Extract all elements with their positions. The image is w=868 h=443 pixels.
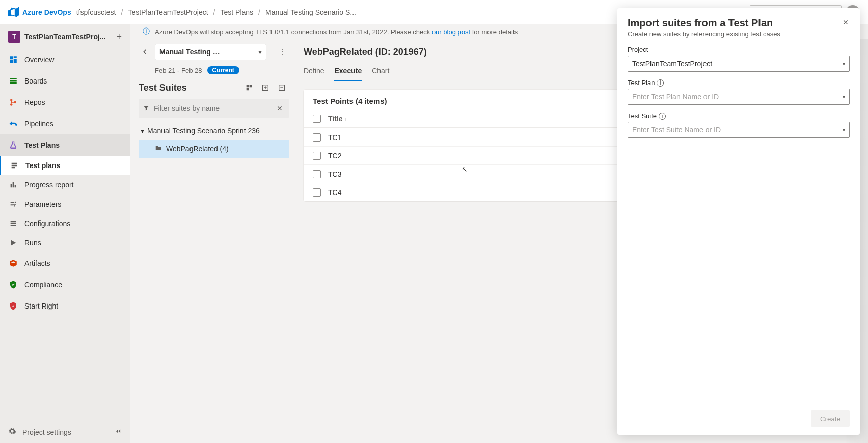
info-icon[interactable]: i (659, 113, 666, 120)
plan-date-range: Feb 21 - Feb 28 (155, 67, 202, 74)
test-suite-placeholder: Enter Test Suite Name or ID (632, 126, 721, 134)
project-initial-icon: T (8, 31, 20, 43)
breadcrumb-area[interactable]: Test Plans (220, 8, 253, 16)
clear-filter-icon[interactable]: ✕ (275, 102, 285, 115)
sidebar-item-boards[interactable]: Boards (0, 70, 130, 92)
expand-all-icon[interactable] (242, 80, 256, 95)
plan-name-label: Manual Testing S... (159, 48, 221, 56)
breadcrumb-sep: / (258, 8, 260, 16)
add-suite-icon[interactable] (258, 80, 273, 95)
sidebar-item-compliance[interactable]: Compliance (0, 274, 130, 295)
sort-asc-icon: ↑ (345, 117, 347, 122)
repos-icon (8, 97, 18, 107)
subnav-runs[interactable]: Runs (0, 233, 130, 253)
suite-filter-input[interactable] (153, 104, 275, 113)
project-settings-link[interactable]: Project settings (8, 427, 71, 437)
parameters-icon (8, 199, 18, 209)
subnav-parameters[interactable]: Parameters (0, 195, 130, 214)
remove-suite-icon[interactable] (275, 80, 289, 95)
back-button[interactable] (139, 46, 151, 58)
sidebar-item-label: Overview (24, 56, 54, 64)
sidebar-item-test-plans[interactable]: Test Plans (0, 134, 130, 156)
sidebar-item-artifacts[interactable]: Artifacts (0, 253, 130, 274)
suite-child-item[interactable]: WebPagRelated (4) (139, 140, 289, 158)
sidebar-item-pipelines[interactable]: Pipelines (0, 113, 130, 134)
test-suites-panel: Manual Testing S... ▾ ⋮ Feb 21 - Feb 28 … (130, 39, 293, 443)
tab-execute[interactable]: Execute (334, 62, 362, 81)
sidebar: T TestPlanTeamTestProj... + Overview Boa… (0, 24, 130, 443)
sidebar-item-start-right[interactable]: + Start Right (0, 295, 130, 317)
folder-icon (155, 145, 162, 153)
breadcrumb-org[interactable]: tfspfcusctest (76, 8, 116, 16)
suite-root-label: Manual Testing Scenario Sprint 236 (147, 127, 260, 135)
test-suite-combobox[interactable]: Enter Test Suite Name or ID ▾ (628, 122, 850, 138)
tab-chart[interactable]: Chart (372, 62, 389, 81)
info-bar-link[interactable]: our blog post (432, 28, 470, 36)
svg-text:+: + (12, 304, 15, 309)
info-icon[interactable]: i (657, 79, 664, 87)
close-flyout-button[interactable]: ✕ (838, 15, 853, 30)
chevron-down-icon: ▾ (843, 127, 845, 133)
test-plans-icon (8, 140, 18, 150)
sidebar-item-label: Parameters (24, 200, 61, 208)
subnav-test-plans[interactable]: Test plans (0, 156, 130, 175)
add-project-icon[interactable]: + (116, 32, 122, 41)
chevron-down-icon: ▾ (843, 94, 845, 100)
runs-icon (8, 238, 18, 248)
project-combo-value: TestPlanTeamTestProject (632, 60, 712, 68)
boards-icon (8, 76, 18, 86)
sidebar-item-repos[interactable]: Repos (0, 92, 130, 113)
suite-root-item[interactable]: ▾ Manual Testing Scenario Sprint 236 (139, 122, 289, 140)
compliance-icon (8, 280, 18, 290)
sidebar-item-label: Artifacts (24, 259, 50, 267)
breadcrumb-project[interactable]: TestPlanTeamTestProject (128, 8, 208, 16)
subnav-configurations[interactable]: Configurations (0, 214, 130, 233)
subnav-progress-report[interactable]: Progress report (0, 175, 130, 195)
project-settings-label: Project settings (22, 428, 71, 436)
sidebar-item-label: Compliance (24, 281, 62, 289)
project-name-label: TestPlanTeamTestProj... (24, 33, 106, 41)
collapse-sidebar-icon[interactable] (115, 428, 122, 436)
project-field-label: Project (628, 46, 850, 53)
info-text: Azure DevOps will stop accepting TLS 1.0… (155, 28, 518, 36)
sidebar-item-label: Configurations (24, 219, 70, 228)
test-plans-subnav: Test plans Progress report Parameters Co… (0, 156, 130, 253)
sidebar-item-label: Pipelines (24, 120, 53, 128)
row-checkbox[interactable] (313, 170, 321, 178)
sidebar-item-overview[interactable]: Overview (0, 49, 130, 70)
plan-more-button[interactable]: ⋮ (277, 44, 289, 60)
overview-icon (8, 54, 18, 65)
test-suite-field-label: Test Suite i (628, 112, 850, 120)
brand-link[interactable]: Azure DevOps (22, 8, 71, 16)
start-right-icon: + (8, 301, 18, 311)
breadcrumb: tfspfcusctest / TestPlanTeamTestProject … (76, 8, 356, 16)
pipelines-icon (8, 119, 18, 129)
chevron-down-icon: ▾ (843, 61, 845, 67)
row-checkbox[interactable] (313, 188, 321, 197)
chevron-down-icon: ▾ (258, 48, 262, 56)
select-all-checkbox[interactable] (313, 115, 321, 123)
flyout-title: Import suites from a Test Plan (628, 17, 850, 29)
suite-filter[interactable]: ✕ (139, 99, 289, 118)
info-icon: ⓘ (143, 27, 150, 36)
create-button[interactable]: Create (811, 410, 850, 427)
row-checkbox[interactable] (313, 152, 321, 160)
test-plan-field-label: Test Plan i (628, 79, 850, 87)
sidebar-item-label: Runs (24, 239, 41, 247)
test-plan-dropdown[interactable]: Manual Testing S... ▾ (155, 44, 266, 60)
flyout-subtitle: Create new suites by referencing existin… (628, 30, 850, 38)
suite-tree: ▾ Manual Testing Scenario Sprint 236 Web… (139, 122, 289, 158)
test-plan-combobox[interactable]: Enter Test Plan Name or ID ▾ (628, 89, 850, 105)
breadcrumb-sep: / (121, 8, 123, 16)
project-combobox[interactable]: TestPlanTeamTestProject ▾ (628, 56, 850, 72)
sidebar-item-label: Progress report (24, 181, 73, 189)
test-plans-sub-icon (9, 160, 19, 171)
breadcrumb-sep: / (213, 8, 215, 16)
project-picker[interactable]: T TestPlanTeamTestProj... + (0, 24, 130, 49)
row-checkbox[interactable] (313, 133, 321, 142)
azure-devops-logo-icon (8, 7, 19, 18)
test-plan-placeholder: Enter Test Plan Name or ID (632, 93, 719, 101)
tab-define[interactable]: Define (304, 62, 324, 81)
sidebar-footer: Project settings (0, 421, 130, 443)
progress-report-icon (8, 180, 18, 190)
